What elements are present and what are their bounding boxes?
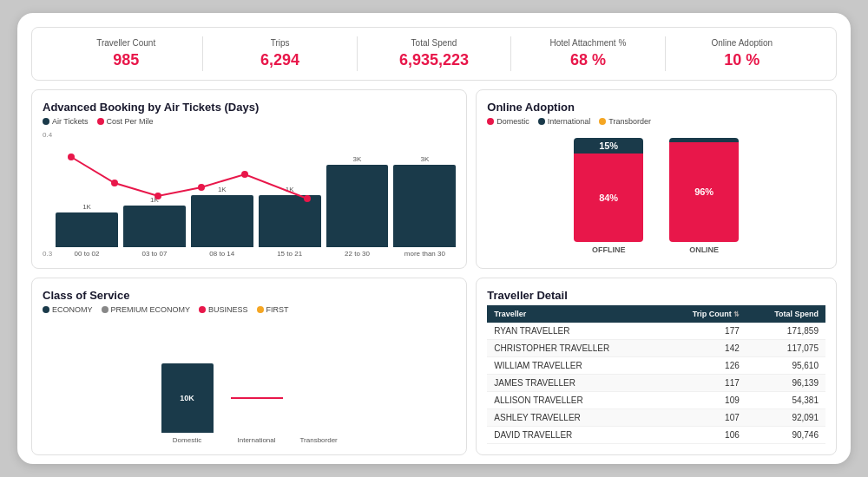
transborder-dot (599, 118, 606, 125)
traveller-name-5: ASHLEY TRAVELLER (487, 409, 663, 427)
kpi-traveller-count-label: Traveller Count (96, 38, 155, 48)
domestic-dot (487, 118, 494, 125)
adoption-bars: 15% 84% OFFLINE 96% ONLINE (487, 131, 825, 258)
transborder-label: Transborder (608, 117, 651, 126)
cos-legend: ECONOMY PREMIUM ECONOMY BUSINESS FIRST (43, 305, 456, 314)
mid-row: Advanced Booking by Air Tickets (Days) A… (31, 89, 837, 269)
airtickets-label: Air Tickets (52, 117, 89, 126)
traveller-spend-2: 95,610 (746, 357, 825, 375)
bar-group-5: 3K more than 30 (393, 155, 456, 258)
bar-1 (123, 206, 186, 247)
kpi-total-spend-value: 6,935,223 (399, 51, 469, 69)
bar-top-5: 3K (420, 155, 429, 163)
domestic-label: Domestic (496, 117, 529, 126)
adoption-online-label: ONLINE (689, 245, 719, 254)
booking-title: Advanced Booking by Air Tickets (Days) (43, 101, 456, 114)
business-label: BUSINESS (208, 305, 248, 314)
adoption-offline-group: 15% 84% OFFLINE (574, 138, 643, 254)
adoption-title: Online Adoption (487, 101, 825, 114)
traveller-title: Traveller Detail (487, 289, 825, 302)
international-label: International (548, 117, 591, 126)
kpi-hotel-attachment-value: 68 % (570, 51, 606, 69)
kpi-hotel-attachment: Hotel Attachment % 68 % (511, 38, 664, 69)
booking-legend: Air Tickets Cost Per Mile (43, 117, 456, 126)
business-dot (199, 306, 206, 313)
economy-label: ECONOMY (52, 305, 93, 314)
booking-legend-costpermile: Cost Per Mile (97, 117, 154, 126)
adoption-online-stack: 96% (669, 138, 739, 242)
first-dot (257, 306, 264, 313)
kpi-online-adoption-label: Online Adoption (712, 38, 773, 48)
traveller-name-2: WILLIAM TRAVELLER (487, 357, 663, 375)
kpi-total-spend-label: Total Spend (411, 38, 457, 48)
bar-2 (191, 195, 253, 247)
cos-transborder-group: Transborder (300, 363, 338, 444)
cos-domestic-bar: 10K (161, 363, 214, 433)
adoption-legend-transborder: Transborder (599, 117, 651, 126)
traveller-name-4: ALLISON TRAVELLER (487, 392, 663, 409)
traveller-spend-1: 117,075 (746, 340, 825, 357)
bar-top-2: 1K (218, 186, 227, 193)
table-row: ALLISON TRAVELLER 109 54,381 (487, 392, 825, 409)
cos-panel: Class of Service ECONOMY PREMIUM ECONOMY… (31, 278, 467, 455)
booking-chart-area: 0.4 0.3 1K 00 to 02 1K (43, 131, 456, 258)
traveller-name-1: CHRISTOPHER TRAVELLER (487, 340, 663, 357)
first-label: FIRST (266, 305, 289, 314)
bar-chart-container: 1K 00 to 02 1K 03 to 07 1K (56, 131, 456, 258)
adoption-offline-dark-seg: 15% (574, 138, 643, 154)
traveller-trips-2: 126 (663, 357, 746, 375)
costpermile-dot (97, 118, 104, 125)
traveller-panel: Traveller Detail Traveller Trip Count ⇅ (476, 278, 837, 455)
cos-domestic-group: 10K Domestic (161, 363, 214, 444)
booking-legend-airtickets: Air Tickets (43, 117, 89, 126)
kpi-total-spend: Total Spend 6,935,223 (358, 38, 510, 69)
bar-group-3: 1K 15 to 21 (259, 186, 321, 258)
bar-5 (393, 165, 456, 247)
y-labels: 0.4 0.3 (43, 131, 56, 258)
col-trips: Trip Count ⇅ (663, 305, 746, 323)
table-header-row: Traveller Trip Count ⇅ Total Spend (487, 305, 825, 323)
bar-bottom-3: 15 to 21 (277, 250, 302, 258)
adoption-offline-label: OFFLINE (592, 245, 626, 254)
economy-dot (43, 306, 49, 313)
adoption-legend-international: International (538, 117, 591, 126)
table-row: JAMES TRAVELLER 117 96,139 (487, 375, 825, 392)
traveller-spend-4: 54,381 (746, 392, 825, 409)
cos-international-label: International (237, 436, 275, 444)
bar-4 (326, 165, 389, 247)
traveller-spend-5: 92,091 (746, 409, 825, 427)
col-spend: Total Spend (746, 305, 825, 323)
kpi-hotel-attachment-label: Hotel Attachment % (550, 38, 627, 48)
table-row: CHRISTOPHER TRAVELLER 142 117,075 (487, 340, 825, 357)
kpi-trips-label: Trips (271, 38, 290, 48)
bar-group-0: 1K 00 to 02 (56, 203, 118, 258)
bar-top-3: 1K (286, 186, 294, 193)
adoption-offline-red-seg: 84% (574, 154, 643, 242)
y-label-top: 0.4 (43, 131, 52, 139)
bar-bottom-0: 00 to 02 (75, 250, 100, 258)
adoption-legend-domestic: Domestic (487, 117, 529, 126)
kpi-trips-value: 6,294 (260, 51, 299, 69)
kpi-traveller-count: Traveller Count 985 (49, 38, 202, 69)
traveller-trips-6: 106 (663, 427, 746, 444)
table-row: ASHLEY TRAVELLER 107 92,091 (487, 409, 825, 427)
bar-0 (56, 212, 118, 247)
bar-bottom-2: 08 to 14 (209, 250, 234, 258)
bar-top-4: 3K (353, 155, 362, 163)
traveller-spend-3: 96,139 (746, 375, 825, 392)
traveller-trips-0: 177 (663, 323, 746, 340)
bar-group-2: 1K 08 to 14 (191, 186, 253, 258)
bar-3 (259, 195, 321, 247)
traveller-table: Traveller Trip Count ⇅ Total Spend (487, 305, 825, 444)
cos-international-bar-area (231, 363, 283, 433)
traveller-spend-0: 171,859 (746, 323, 825, 340)
traveller-name-6: DAVID TRAVELLER (487, 427, 663, 444)
kpi-traveller-count-value: 985 (113, 51, 139, 69)
traveller-trips-1: 142 (663, 340, 746, 357)
bars-row: 1K 00 to 02 1K 03 to 07 1K (56, 155, 456, 258)
bar-bottom-5: more than 30 (404, 250, 445, 258)
traveller-name-0: RYAN TRAVELLER (487, 323, 663, 340)
international-dot (538, 118, 545, 125)
cos-international-line (231, 397, 283, 399)
kpi-row: Traveller Count 985 Trips 6,294 Total Sp… (31, 27, 837, 81)
